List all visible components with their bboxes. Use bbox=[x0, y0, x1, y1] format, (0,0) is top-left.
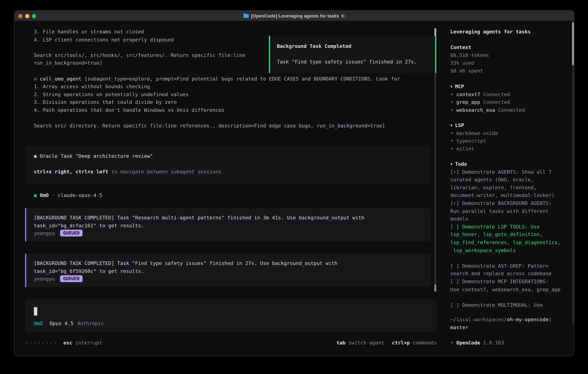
bullet-icon: • bbox=[450, 107, 453, 113]
tool-args: [subagent_type=explore, prompt=Find pote… bbox=[84, 76, 400, 82]
lsp-section: ▼LSP •markdown-oxide •typescript •eslint bbox=[450, 122, 574, 153]
terminal-log-line: Search src/ directory. Return specific f… bbox=[34, 122, 435, 130]
mcp-item: •grep_app Connected bbox=[450, 98, 574, 106]
todo-line: [ ] Demonstrate AST-GREP: Pattern bbox=[450, 262, 574, 270]
sidebar-scrollbar[interactable] bbox=[572, 22, 574, 325]
main-scrollbar-thumb-bottom[interactable] bbox=[434, 284, 436, 291]
toast-body: Task "Find type safety issues" finished … bbox=[277, 58, 429, 66]
message-meta: yeongyuQUEUED bbox=[34, 230, 430, 238]
lsp-item-name: eslint bbox=[456, 146, 474, 152]
text-cursor bbox=[34, 307, 37, 316]
background-task-toast: Background Task Completed Task "Find typ… bbox=[269, 36, 436, 73]
background-task-message: [BACKGROUND TASK COMPLETED] Task "Resear… bbox=[25, 208, 430, 241]
terminal-log-line: 3. Division operations that could divide… bbox=[34, 99, 435, 106]
app-version-footer: •OpenCode 1.0.163 bbox=[450, 339, 574, 347]
section-header-lsp[interactable]: ▼LSP bbox=[450, 122, 574, 129]
terminal-log-line: 3. File handles or streams not closed bbox=[34, 28, 435, 36]
folder-icon bbox=[243, 14, 249, 18]
todo-line: curated agents (OmO, oracle, bbox=[450, 176, 574, 184]
terminal-log-line bbox=[34, 114, 435, 122]
message-author: yeongyu bbox=[34, 276, 55, 282]
todo-spacer bbox=[450, 254, 574, 262]
section-header-todo[interactable]: ▼Todo bbox=[450, 160, 574, 168]
message-author: yeongyu bbox=[34, 230, 55, 236]
message-line: [BACKGROUND TASK COMPLETED] Task "Resear… bbox=[34, 214, 430, 222]
status-left: ········escinterrupt bbox=[25, 339, 102, 347]
bullet-icon: • bbox=[450, 130, 453, 136]
ctrlp-key-label: commands bbox=[413, 340, 437, 346]
queued-badge: QUEUED bbox=[60, 230, 83, 237]
terminal-log-line: 2. String operations on potentially unde… bbox=[34, 91, 435, 99]
tab-key-label: switch agent bbox=[348, 340, 384, 346]
input-agent-label: OmO bbox=[34, 321, 43, 326]
todo-section: ▼Todo [✓] Demonstrate AGENTS: Show all 7… bbox=[450, 160, 574, 309]
lsp-header-label: LSP bbox=[455, 122, 464, 128]
context-tokens: 66,518 tokens bbox=[450, 52, 574, 59]
workspace-path-line: ~/local-workspaces/oh-my-opencode: bbox=[450, 316, 574, 324]
bullet-icon: • bbox=[450, 340, 453, 345]
mcp-item: •context7 Connected bbox=[450, 91, 574, 98]
tab-key-hint: tab bbox=[336, 340, 346, 346]
todo-spacer bbox=[450, 294, 574, 301]
workspace-path: ~/local-workspaces/ bbox=[450, 317, 507, 322]
todo-line: search and replace across codebase bbox=[450, 270, 574, 278]
toast-title: Background Task Completed bbox=[277, 42, 429, 50]
todo-line: lsp_workspace_symbols bbox=[450, 247, 574, 254]
half-circle-icon: ◐ bbox=[341, 12, 345, 20]
agent-session-header: ▣ OmO · claude-opus-4-5 bbox=[34, 192, 102, 199]
triangle-down-icon: ▼ bbox=[450, 160, 452, 168]
mcp-item-name: context7 bbox=[456, 91, 480, 97]
todo-line: lsp_find_references, lsp_diagnostics, bbox=[450, 239, 574, 247]
sidebar-title: Leveraging agents for tasks bbox=[450, 28, 574, 36]
message-line: task_id="bg_dcfac161" to get results. bbox=[34, 222, 430, 230]
terminal-log-line: 1. Array access without bounds checking bbox=[34, 83, 435, 91]
todo-item-done: [✓] Demonstrate AGENTS: Show all 7 curat… bbox=[450, 168, 574, 200]
mcp-item-name: grep_app bbox=[456, 99, 480, 105]
section-header-mcp[interactable]: ▼MCP bbox=[450, 83, 574, 91]
todo-line: librarian, explore, frontend, bbox=[450, 184, 574, 192]
oracle-task-panel: ◉ Oracle Task "Deep architecture review"… bbox=[25, 145, 430, 183]
desktop: [OpenCode] Leveraging agents for tasks ◐… bbox=[0, 0, 588, 374]
mcp-item-status: Connected bbox=[483, 99, 510, 105]
todo-line: [✓] Demonstrate BACKGROUND AGENTS: bbox=[450, 200, 574, 208]
hint-text: to navigate between subagent sessions bbox=[108, 169, 221, 175]
input-provider-label: Anthropic bbox=[77, 321, 104, 326]
bullet-icon: • bbox=[450, 91, 453, 97]
todo-item-active: [ ] Demonstrate LSP TOOLS: Use lsp_hover… bbox=[450, 223, 574, 254]
background-task-message: [BACKGROUND TASK COMPLETED] Task "Find t… bbox=[25, 254, 430, 287]
oracle-hint-line: ctrl+x right, ctrl+x left to navigate be… bbox=[34, 168, 430, 176]
todo-header-label: Todo bbox=[455, 161, 467, 167]
mcp-section: ▼MCP •context7 Connected •grep_app Conne… bbox=[450, 83, 574, 114]
context-header: Context bbox=[450, 44, 574, 52]
mcp-item: •websearch_exa Connected bbox=[450, 106, 574, 114]
prompt-input[interactable]: OmOOpus 4.5Anthropic bbox=[25, 299, 437, 332]
bullet-icon: • bbox=[450, 146, 453, 152]
window-title-text: [OpenCode] Leveraging agents for tasks bbox=[251, 12, 339, 20]
agent-model: claude-opus-4-5 bbox=[58, 192, 103, 198]
context-spent: $0.46 spent bbox=[450, 67, 574, 75]
agent-name: OmO bbox=[40, 192, 49, 198]
oracle-task-title-line: ◉ Oracle Task "Deep architecture review" bbox=[34, 152, 430, 160]
queued-badge: QUEUED bbox=[60, 275, 83, 282]
sidebar-scrollbar-thumb[interactable] bbox=[572, 22, 574, 65]
gear-icon: ⚙ bbox=[34, 76, 37, 82]
terminal-log-line: 4. Path operations that don't handle Win… bbox=[34, 106, 435, 114]
bullet-icon: • bbox=[450, 138, 453, 144]
lsp-item: •eslint bbox=[450, 145, 574, 153]
todo-line: models bbox=[450, 215, 574, 223]
todo-line: [ ] Demonstrate MCP INTEGRATIONS: bbox=[450, 278, 574, 286]
message-line: [BACKGROUND TASK COMPLETED] Task "Find t… bbox=[34, 260, 430, 267]
oracle-task-title: Oracle Task "Deep architecture review" bbox=[40, 153, 153, 159]
status-bar: ········escinterrupt tabswitch agentctrl… bbox=[25, 339, 437, 347]
sidebar: Leveraging agents for tasks Context 66,5… bbox=[450, 11, 574, 356]
lsp-item-name: typescript bbox=[456, 138, 486, 144]
todo-item-pending: [ ] Demonstrate AST-GREP: Pattern search… bbox=[450, 262, 574, 278]
todo-item-pending: [ ] Demonstrate MCP INTEGRATIONS: Use co… bbox=[450, 278, 574, 293]
hint-keys: ctrl+x right, ctrl+x left bbox=[34, 169, 108, 175]
bullet-icon: • bbox=[450, 99, 453, 105]
esc-key-label: interrupt bbox=[75, 340, 102, 346]
toast-spacer bbox=[277, 51, 429, 58]
lsp-item: •markdown-oxide bbox=[450, 129, 574, 137]
app-version: 1.0.163 bbox=[483, 340, 504, 345]
todo-line: [✓] Demonstrate AGENTS: Show all 7 bbox=[450, 168, 574, 176]
